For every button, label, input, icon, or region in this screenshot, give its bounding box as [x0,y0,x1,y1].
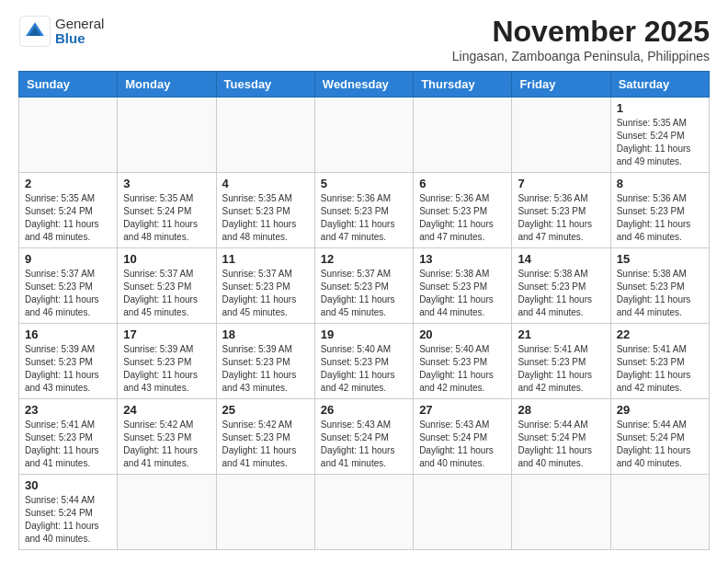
day-info: Sunrise: 5:39 AMSunset: 5:23 PMDaylight:… [25,343,111,395]
calendar-cell: 25Sunrise: 5:42 AMSunset: 5:23 PMDayligh… [216,399,314,475]
day-info: Sunrise: 5:42 AMSunset: 5:23 PMDaylight:… [222,419,309,470]
header-day-wednesday: Wednesday [314,72,413,98]
day-info: Sunrise: 5:38 AMSunset: 5:23 PMDaylight:… [617,268,703,319]
calendar-cell: 26Sunrise: 5:43 AMSunset: 5:24 PMDayligh… [314,399,413,475]
day-info: Sunrise: 5:36 AMSunset: 5:23 PMDaylight:… [419,192,506,244]
calendar-cell: 29Sunrise: 5:44 AMSunset: 5:24 PMDayligh… [610,399,709,475]
calendar-cell: 17Sunrise: 5:39 AMSunset: 5:23 PMDayligh… [118,324,216,399]
day-info: Sunrise: 5:37 AMSunset: 5:23 PMDaylight:… [25,268,111,319]
calendar-cell: 14Sunrise: 5:38 AMSunset: 5:23 PMDayligh… [512,248,610,324]
day-number: 19 [321,327,407,341]
header-day-friday: Friday [512,72,610,98]
title-area: November 2025 Lingasan, Zamboanga Penins… [452,15,710,63]
day-number: 22 [617,327,703,341]
day-number: 15 [617,252,703,266]
calendar-cell: 23Sunrise: 5:41 AMSunset: 5:23 PMDayligh… [19,399,118,475]
day-number: 17 [123,327,210,341]
calendar-cell: 10Sunrise: 5:37 AMSunset: 5:23 PMDayligh… [118,248,216,324]
day-info: Sunrise: 5:39 AMSunset: 5:23 PMDaylight:… [222,343,309,395]
header: General Blue November 2025 Lingasan, Zam… [18,15,710,63]
calendar-cell [314,98,413,173]
week-row-5: 23Sunrise: 5:41 AMSunset: 5:23 PMDayligh… [19,399,710,475]
day-number: 20 [419,327,506,341]
week-row-1: 1Sunrise: 5:35 AMSunset: 5:24 PMDaylight… [19,98,710,173]
calendar-cell: 24Sunrise: 5:42 AMSunset: 5:23 PMDayligh… [118,399,216,475]
day-number: 9 [25,252,111,266]
week-row-4: 16Sunrise: 5:39 AMSunset: 5:23 PMDayligh… [19,324,710,399]
day-number: 13 [419,252,506,266]
day-info: Sunrise: 5:35 AMSunset: 5:24 PMDaylight:… [25,192,111,244]
day-number: 7 [518,177,604,190]
day-number: 4 [222,177,309,190]
calendar-cell: 8Sunrise: 5:36 AMSunset: 5:23 PMDaylight… [610,173,709,248]
day-info: Sunrise: 5:35 AMSunset: 5:23 PMDaylight:… [222,192,309,244]
calendar-cell: 19Sunrise: 5:40 AMSunset: 5:23 PMDayligh… [314,324,413,399]
calendar-cell [414,98,512,173]
calendar-cell [314,475,413,550]
day-number: 30 [25,478,111,492]
day-info: Sunrise: 5:40 AMSunset: 5:23 PMDaylight:… [419,343,506,395]
calendar-cell: 3Sunrise: 5:35 AMSunset: 5:24 PMDaylight… [118,173,216,248]
header-day-thursday: Thursday [414,72,512,98]
day-number: 26 [321,403,407,417]
generalblue-logo-icon [18,15,51,48]
calendar-cell [216,475,314,550]
day-number: 28 [518,403,604,417]
day-info: Sunrise: 5:43 AMSunset: 5:24 PMDaylight:… [321,419,407,470]
day-number: 24 [123,403,210,417]
calendar-header-row: SundayMondayTuesdayWednesdayThursdayFrid… [19,72,710,98]
day-number: 16 [25,327,111,341]
day-info: Sunrise: 5:37 AMSunset: 5:23 PMDaylight:… [321,268,407,319]
day-info: Sunrise: 5:41 AMSunset: 5:23 PMDaylight:… [518,343,604,395]
day-number: 23 [25,403,111,417]
calendar-cell: 4Sunrise: 5:35 AMSunset: 5:23 PMDaylight… [216,173,314,248]
day-info: Sunrise: 5:39 AMSunset: 5:23 PMDaylight:… [123,343,210,395]
day-info: Sunrise: 5:43 AMSunset: 5:24 PMDaylight:… [419,419,506,470]
day-info: Sunrise: 5:37 AMSunset: 5:23 PMDaylight:… [123,268,210,319]
logo-text: General Blue [55,17,104,47]
calendar-cell [610,475,709,550]
day-number: 8 [617,177,703,190]
day-info: Sunrise: 5:40 AMSunset: 5:23 PMDaylight:… [321,343,407,395]
calendar-cell: 21Sunrise: 5:41 AMSunset: 5:23 PMDayligh… [512,324,610,399]
calendar-cell: 11Sunrise: 5:37 AMSunset: 5:23 PMDayligh… [216,248,314,324]
calendar-cell [414,475,512,550]
day-number: 25 [222,403,309,417]
calendar-cell: 12Sunrise: 5:37 AMSunset: 5:23 PMDayligh… [314,248,413,324]
calendar-cell [512,98,610,173]
calendar-cell: 2Sunrise: 5:35 AMSunset: 5:24 PMDaylight… [19,173,118,248]
day-info: Sunrise: 5:38 AMSunset: 5:23 PMDaylight:… [419,268,506,319]
day-info: Sunrise: 5:35 AMSunset: 5:24 PMDaylight:… [123,192,210,244]
calendar-cell: 27Sunrise: 5:43 AMSunset: 5:24 PMDayligh… [414,399,512,475]
calendar-table: SundayMondayTuesdayWednesdayThursdayFrid… [18,71,710,550]
calendar-cell [19,98,118,173]
day-number: 27 [419,403,506,417]
day-number: 18 [222,327,309,341]
location-title: Lingasan, Zamboanga Peninsula, Philippin… [452,49,710,63]
day-number: 5 [321,177,407,190]
day-info: Sunrise: 5:44 AMSunset: 5:24 PMDaylight:… [518,419,604,470]
day-number: 2 [25,177,111,190]
header-day-saturday: Saturday [610,72,709,98]
day-info: Sunrise: 5:44 AMSunset: 5:24 PMDaylight:… [617,419,703,470]
calendar-cell: 9Sunrise: 5:37 AMSunset: 5:23 PMDaylight… [19,248,118,324]
calendar-cell: 18Sunrise: 5:39 AMSunset: 5:23 PMDayligh… [216,324,314,399]
day-info: Sunrise: 5:35 AMSunset: 5:24 PMDaylight:… [617,117,703,168]
month-title: November 2025 [452,15,710,49]
day-info: Sunrise: 5:42 AMSunset: 5:23 PMDaylight:… [123,419,210,470]
day-number: 11 [222,252,309,266]
day-number: 1 [617,101,703,115]
header-day-monday: Monday [118,72,216,98]
calendar-cell: 20Sunrise: 5:40 AMSunset: 5:23 PMDayligh… [414,324,512,399]
day-info: Sunrise: 5:36 AMSunset: 5:23 PMDaylight:… [321,192,407,244]
week-row-2: 2Sunrise: 5:35 AMSunset: 5:24 PMDaylight… [19,173,710,248]
week-row-3: 9Sunrise: 5:37 AMSunset: 5:23 PMDaylight… [19,248,710,324]
day-info: Sunrise: 5:38 AMSunset: 5:23 PMDaylight:… [518,268,604,319]
header-day-sunday: Sunday [19,72,118,98]
day-info: Sunrise: 5:36 AMSunset: 5:23 PMDaylight:… [518,192,604,244]
day-number: 21 [518,327,604,341]
calendar-cell [118,475,216,550]
calendar-cell: 30Sunrise: 5:44 AMSunset: 5:24 PMDayligh… [19,475,118,550]
logo: General Blue [18,15,104,48]
calendar-cell: 16Sunrise: 5:39 AMSunset: 5:23 PMDayligh… [19,324,118,399]
